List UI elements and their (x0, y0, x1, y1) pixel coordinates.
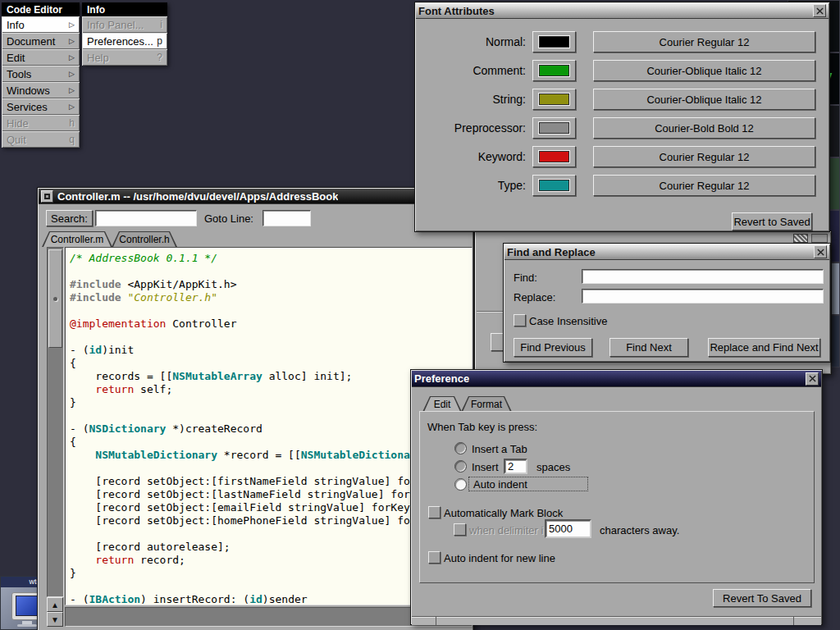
tab-format[interactable]: Format (461, 396, 512, 412)
menu-item-key: p (157, 35, 162, 47)
delimiter-count-input[interactable] (545, 519, 591, 538)
menu-item-label: Info Panel... (87, 19, 160, 31)
find-next-button[interactable]: Find Next (609, 338, 688, 357)
window-font-attributes: Font Attributes Normal:Courier Regular 1… (414, 2, 830, 232)
menu-item-info[interactable]: Info▷ (2, 16, 80, 33)
font-button-preprocessor[interactable]: Courier-Bold Bold 12 (593, 117, 815, 139)
attribute-label-preprocessor: Preprocessor: (415, 121, 526, 135)
radio-insert-spaces[interactable] (454, 460, 467, 472)
tab-edit[interactable]: Edit (422, 396, 462, 412)
menu-item-label: Hide (7, 117, 69, 130)
menu-item-windows[interactable]: Windows▷ (2, 82, 80, 98)
miniaturize-button[interactable] (41, 190, 53, 203)
attribute-label-keyword: Keyword: (415, 150, 526, 163)
menu-code-editor: Code Editor Info▷Document▷Edit▷Tools▷Win… (2, 2, 80, 148)
menu-item-label: Windows (7, 84, 69, 97)
background-panel-scroll-pattern (793, 234, 808, 243)
font-button-normal[interactable]: Courier Regular 12 (593, 31, 815, 52)
tab-controller-m[interactable]: Controller.m (42, 231, 112, 247)
menu-item-services[interactable]: Services▷ (2, 98, 80, 115)
spaces-suffix-label: spaces (536, 461, 570, 473)
radio-insert-tab-label: Insert a Tab (472, 443, 527, 455)
radio-auto-indent-label: Auto indent (473, 478, 527, 491)
goto-line-label: Goto Line: (204, 212, 253, 225)
vertical-scrollbar[interactable] (47, 247, 64, 597)
attribute-label-string: String: (415, 93, 526, 106)
window-preference: Preference Edit Format When Tab key is p… (410, 369, 823, 625)
color-swatch-comment[interactable] (532, 60, 576, 81)
find-previous-button[interactable]: Find Previous (514, 338, 592, 357)
submenu-arrow-icon: ▷ (69, 21, 75, 29)
font-button-comment[interactable]: Courier-Oblique Italic 12 (593, 60, 815, 81)
scroll-up-button[interactable]: ▲ (47, 597, 63, 612)
submenu-arrow-icon: ▷ (69, 103, 75, 111)
color-swatch-keyword[interactable] (532, 146, 576, 167)
resize-bar[interactable] (412, 616, 821, 625)
menu-item-edit[interactable]: Edit▷ (2, 49, 80, 66)
menu-item-label: Services (7, 101, 69, 113)
radio-insert-spaces-label: Insert (472, 461, 499, 473)
case-insensitive-checkbox[interactable] (514, 314, 526, 326)
replace-and-find-next-button[interactable]: Replace and Find Next (708, 338, 820, 357)
menu-item-hide[interactable]: Hideh (2, 115, 80, 131)
find-replace-titlebar[interactable]: Find and Replace (504, 244, 829, 260)
revert-to-saved-button[interactable]: Revert To Saved (713, 589, 811, 607)
search-button[interactable]: Search: (46, 210, 93, 226)
editor-window-title: Controller.m -- /usr/home/dvu/devel/Apps… (57, 190, 338, 203)
menu-item-quit[interactable]: Quitq (2, 131, 80, 148)
menu-item-preferences[interactable]: Preferences...p (82, 33, 167, 49)
submenu-arrow-icon: ▷ (69, 37, 75, 45)
menu-item-document[interactable]: Document▷ (2, 33, 80, 49)
revert-to-saved-button[interactable]: Revert to Saved (732, 212, 812, 231)
replace-input[interactable] (582, 289, 824, 304)
auto-mark-block-checkbox[interactable] (428, 506, 441, 518)
scrollbar-knob[interactable] (48, 249, 62, 348)
search-input[interactable] (95, 210, 197, 226)
menu-item-help[interactable]: Help? (82, 49, 167, 66)
tab-controller-h[interactable]: Controller.h (112, 231, 177, 247)
attribute-label-type: Type: (415, 179, 526, 192)
menu-item-key: h (69, 117, 75, 129)
color-swatch-type[interactable] (532, 175, 576, 196)
menu-title[interactable]: Code Editor (2, 2, 80, 16)
auto-indent-newline-label: Auto indent for new line (444, 552, 555, 564)
desktop: 7 wterm Controller.m -- /usr/home/dvu/de… (0, 0, 840, 630)
delimiter-checkbox[interactable] (454, 523, 466, 536)
radio-auto-indent[interactable] (454, 478, 467, 491)
menu-item-tools[interactable]: Tools▷ (2, 66, 80, 82)
radio-insert-tab[interactable] (454, 442, 467, 454)
editor-titlebar[interactable]: Controller.m -- /usr/home/dvu/devel/Apps… (39, 189, 472, 204)
auto-indent-newline-checkbox[interactable] (428, 551, 441, 564)
close-icon[interactable] (813, 4, 826, 17)
font-button-keyword[interactable]: Courier Regular 12 (593, 146, 815, 167)
menu-item-label: Preferences... (87, 35, 157, 48)
preference-titlebar[interactable]: Preference (412, 371, 821, 387)
find-replace-title: Find and Replace (507, 246, 596, 258)
color-swatch-preprocessor[interactable] (532, 117, 576, 139)
close-icon[interactable] (806, 372, 819, 386)
delimiter-label: when delimiter i (469, 524, 543, 536)
replace-label: Replace: (514, 291, 555, 304)
scroll-down-button[interactable]: ▼ (47, 612, 63, 627)
menu-item-info-panel[interactable]: Info Panel...i (82, 16, 167, 33)
font-button-string[interactable]: Courier-Oblique Italic 12 (593, 89, 815, 110)
goto-line-input[interactable] (262, 210, 311, 226)
spaces-count-input[interactable] (504, 459, 527, 474)
auto-mark-block-label: Automatically Mark Block (444, 507, 563, 519)
attribute-label-normal: Normal: (415, 35, 526, 48)
font-attributes-title: Font Attributes (418, 5, 495, 17)
close-icon[interactable] (814, 245, 827, 258)
menu-item-label: Edit (7, 52, 69, 64)
menu-title[interactable]: Info (82, 2, 167, 16)
menu-item-label: Quit (7, 134, 69, 146)
menu-item-label: Info (7, 19, 69, 31)
color-swatch-normal[interactable] (532, 31, 576, 52)
case-insensitive-label: Case Insensitive (529, 315, 607, 327)
submenu-arrow-icon: ▷ (69, 86, 75, 94)
font-attributes-titlebar[interactable]: Font Attributes (416, 3, 829, 19)
window-find-replace: Find and Replace Find: Replace: Case Ins… (503, 243, 831, 363)
find-input[interactable] (582, 269, 824, 284)
font-button-type[interactable]: Courier Regular 12 (593, 175, 815, 196)
color-swatch-string[interactable] (532, 89, 576, 110)
find-label: Find: (514, 272, 537, 284)
